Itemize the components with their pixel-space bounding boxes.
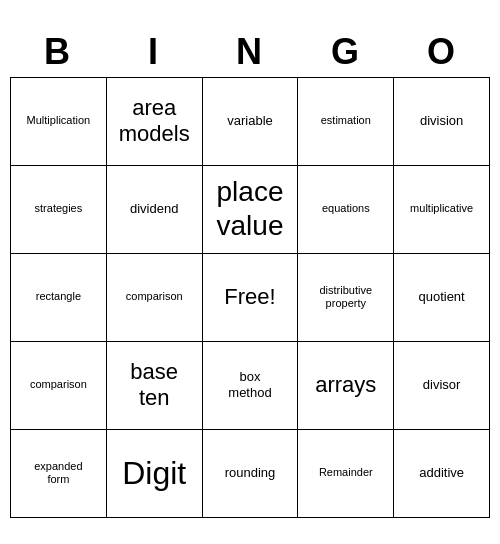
bingo-cell: estimation: [298, 78, 394, 166]
cell-text: baseten: [130, 359, 178, 412]
cell-text: arrays: [315, 372, 376, 398]
bingo-cell: equations: [298, 166, 394, 254]
header-letter: N: [202, 27, 298, 77]
bingo-cell: rounding: [203, 430, 299, 518]
bingo-cell: Free!: [203, 254, 299, 342]
cell-text: distributiveproperty: [320, 284, 373, 310]
cell-text: rectangle: [36, 290, 81, 303]
bingo-cell: arrays: [298, 342, 394, 430]
cell-text: strategies: [35, 202, 83, 215]
header-letter: G: [298, 27, 394, 77]
bingo-cell: placevalue: [203, 166, 299, 254]
cell-text: division: [420, 113, 463, 129]
bingo-cell: multiplicative: [394, 166, 490, 254]
bingo-cell: comparison: [11, 342, 107, 430]
cell-text: additive: [419, 465, 464, 481]
bingo-cell: boxmethod: [203, 342, 299, 430]
bingo-card: BINGO Multiplicationareamodelsvariablees…: [10, 27, 490, 518]
cell-text: comparison: [30, 378, 87, 391]
cell-text: Multiplication: [27, 114, 91, 127]
cell-text: placevalue: [217, 175, 284, 242]
header-letter: B: [10, 27, 106, 77]
cell-text: estimation: [321, 114, 371, 127]
bingo-cell: additive: [394, 430, 490, 518]
bingo-cell: distributiveproperty: [298, 254, 394, 342]
bingo-cell: Remainder: [298, 430, 394, 518]
cell-text: boxmethod: [228, 369, 271, 400]
bingo-cell: variable: [203, 78, 299, 166]
bingo-cell: rectangle: [11, 254, 107, 342]
bingo-cell: Digit: [107, 430, 203, 518]
cell-text: rounding: [225, 465, 276, 481]
cell-text: Digit: [122, 454, 186, 492]
bingo-cell: strategies: [11, 166, 107, 254]
bingo-cell: divisor: [394, 342, 490, 430]
cell-text: quotient: [418, 289, 464, 305]
bingo-cell: division: [394, 78, 490, 166]
cell-text: variable: [227, 113, 273, 129]
bingo-grid: Multiplicationareamodelsvariableestimati…: [10, 77, 490, 518]
bingo-cell: areamodels: [107, 78, 203, 166]
cell-text: equations: [322, 202, 370, 215]
bingo-cell: expandedform: [11, 430, 107, 518]
bingo-cell: quotient: [394, 254, 490, 342]
bingo-cell: Multiplication: [11, 78, 107, 166]
cell-text: Free!: [224, 284, 275, 310]
bingo-cell: dividend: [107, 166, 203, 254]
cell-text: expandedform: [34, 460, 82, 486]
cell-text: Remainder: [319, 466, 373, 479]
cell-text: multiplicative: [410, 202, 473, 215]
header-letter: I: [106, 27, 202, 77]
bingo-header: BINGO: [10, 27, 490, 77]
header-letter: O: [394, 27, 490, 77]
cell-text: comparison: [126, 290, 183, 303]
cell-text: divisor: [423, 377, 461, 393]
bingo-cell: comparison: [107, 254, 203, 342]
cell-text: areamodels: [119, 95, 190, 148]
bingo-cell: baseten: [107, 342, 203, 430]
cell-text: dividend: [130, 201, 178, 217]
